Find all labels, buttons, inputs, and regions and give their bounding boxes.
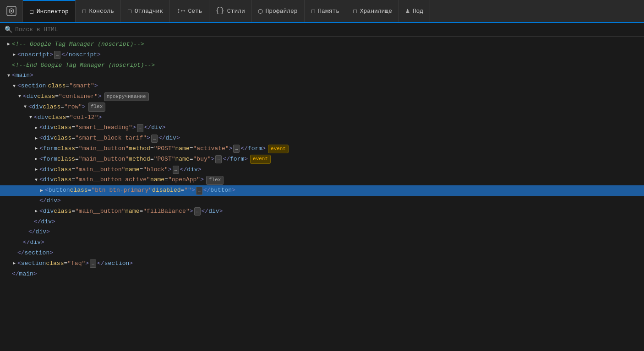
tab-styles[interactable]: {} Стили [209,0,252,22]
tab-accessibility-label: Под [413,8,423,15]
triangle-icon[interactable] [11,83,17,90]
triangle-icon[interactable] [11,51,17,59]
devtools-logo [0,0,23,22]
memory-icon: ◻ [311,6,316,16]
tree-line[interactable]: <main> [0,70,644,81]
search-bar: 🔍 [0,23,644,37]
badge-flex-openapp[interactable]: flex [206,176,224,185]
network-icon: ↕↔ [176,7,185,15]
tree-line[interactable]: <section class="faq" > … </section> [0,259,644,269]
tab-inspector[interactable]: ◻ Инспектор [23,0,76,22]
ellipsis-badge[interactable]: … [196,187,202,195]
tab-debugger-label: Отладчик [135,8,163,15]
ellipsis-badge[interactable]: … [151,135,158,143]
tab-network[interactable]: ↕↔ Сеть [170,0,209,22]
badge-event[interactable]: event [250,155,271,164]
triangle-icon[interactable] [33,124,39,132]
tree-line[interactable]: </div> [0,238,644,248]
tree-line[interactable]: <div class="col-12" > [0,113,644,123]
triangle-icon[interactable] [33,166,39,173]
accessibility-icon: ♟ [405,6,410,16]
tree-line[interactable]: <section class="smart" > [0,81,644,92]
triangle-icon[interactable] [5,72,12,80]
tree-line-selected[interactable]: <button class="btn btn-primary" disabled… [0,185,644,196]
storage-icon: ◻ [353,6,357,16]
tree-line[interactable]: <div class="container" > прокручивание [0,92,644,102]
tab-console-label: Консоль [89,8,115,15]
ellipsis-badge[interactable]: … [54,51,60,59]
ellipsis-badge[interactable]: … [194,207,201,216]
tree-line[interactable]: <!-- Google Tag Manager (noscript)--> [0,39,644,50]
tab-styles-label: Стили [227,8,245,15]
triangle-icon[interactable] [33,145,39,152]
triangle-icon[interactable] [33,177,39,184]
tree-line[interactable]: <div class="row" > flex [0,102,644,113]
triangle-icon[interactable] [33,208,39,215]
triangle-icon[interactable] [27,114,34,121]
ellipsis-badge[interactable]: … [90,259,96,268]
triangle-icon[interactable] [33,156,39,163]
tab-inspector-label: Инспектор [37,8,69,15]
tree-line[interactable]: <div class="main__button active" name="o… [0,175,644,185]
tree-line[interactable]: </div> [0,196,644,206]
tab-memory[interactable]: ◻ Память [305,0,346,22]
svg-point-2 [11,10,12,12]
tab-console[interactable]: ◻ Консоль [76,0,121,22]
tab-memory-label: Память [318,8,339,15]
tree-line[interactable]: <div class="main__button" name="block" >… [0,165,644,175]
triangle-icon[interactable] [22,103,28,111]
tree-line[interactable]: <!--End Google Tag Manager (noscript)--> [0,60,644,71]
tree-line[interactable]: </main> [0,269,644,280]
badge-flex[interactable]: flex [88,103,105,112]
triangle-icon[interactable] [5,41,12,48]
triangle-icon[interactable] [11,260,17,267]
badge-scrolling[interactable]: прокручивание [104,92,149,102]
ellipsis-badge[interactable]: … [173,166,179,174]
inspector-icon: ◻ [29,7,34,16]
ellipsis-badge[interactable]: … [215,155,222,163]
tree-line[interactable]: <div class="main__button" name="fillBala… [0,206,644,217]
styles-icon: {} [216,7,224,15]
profiler-icon: ◯ [258,6,263,16]
tree-line[interactable]: </div> [0,217,644,227]
tab-network-label: Сеть [188,8,202,15]
tree-line[interactable]: <form class="main__button" method="POST"… [0,154,644,165]
tab-storage[interactable]: ◻ Хранилище [346,0,399,22]
search-icon: 🔍 [5,26,12,33]
tab-profiler-label: Профайлер [265,8,297,15]
tab-debugger[interactable]: ◻ Отладчик [121,0,170,22]
triangle-icon[interactable] [16,93,23,100]
tab-storage-label: Хранилище [360,8,392,15]
ellipsis-badge[interactable]: … [233,145,240,153]
tab-profiler[interactable]: ◯ Профайлер [252,0,305,22]
search-input[interactable] [15,26,639,33]
tree-line[interactable]: </section> [0,248,644,259]
tree-line[interactable]: </div> [0,227,644,238]
console-icon: ◻ [82,6,87,16]
triangle-icon[interactable] [38,187,45,194]
tree-line[interactable]: <div class="smart__block tarif" > … </di… [0,133,644,144]
tree-line[interactable]: <div class="smart__heading" > … </div> [0,123,644,133]
tree-line[interactable]: <noscript> … </noscript> [0,50,644,60]
badge-event[interactable]: event [268,145,289,154]
triangle-icon[interactable] [33,135,39,142]
html-panel: <!-- Google Tag Manager (noscript)--> <n… [0,37,644,348]
tab-accessibility[interactable]: ♟ Под [399,0,430,22]
debugger-icon: ◻ [127,6,132,16]
ellipsis-badge[interactable]: … [137,124,143,132]
devtools-toolbar: ◻ Инспектор ◻ Консоль ◻ Отладчик ↕↔ Сеть… [0,0,644,23]
tree-line[interactable]: <form class="main__button" method="POST"… [0,144,644,154]
